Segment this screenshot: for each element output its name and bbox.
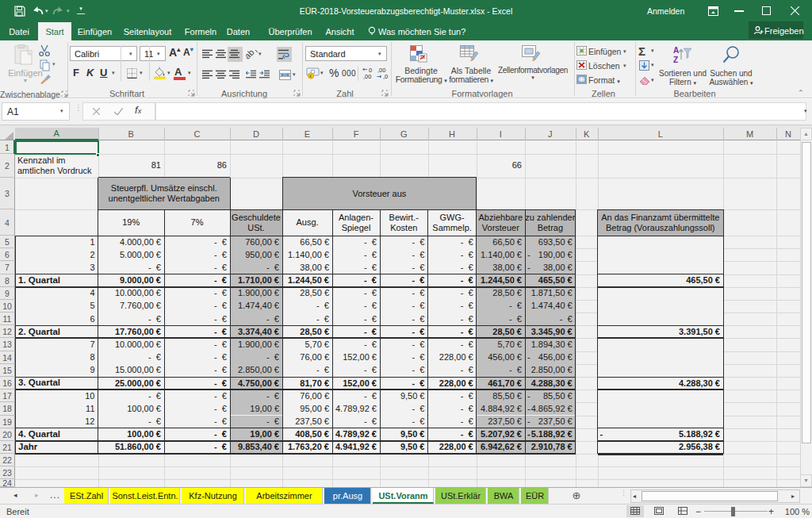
svg-text:€: € <box>309 74 312 79</box>
svg-text:,00: ,00 <box>363 73 371 80</box>
svg-text:,0: ,0 <box>383 73 388 80</box>
svg-text:ab: ab <box>246 48 256 59</box>
svg-text:A: A <box>673 46 679 55</box>
svg-text:Z: Z <box>673 56 678 64</box>
